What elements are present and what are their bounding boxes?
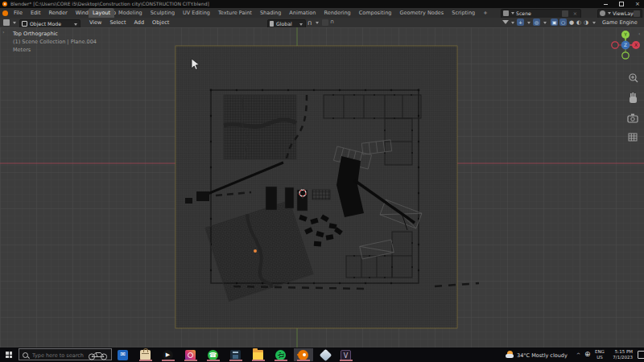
add-workspace-button[interactable]: + — [479, 8, 491, 18]
taskbar-app-spotify[interactable] — [271, 348, 291, 361]
weather-text[interactable]: 34°C Mostly cloudy — [517, 352, 568, 359]
tab-animation[interactable]: Animation — [285, 8, 320, 18]
folder-icon — [253, 350, 263, 360]
clock-date: 7/1/2023 — [610, 355, 633, 360]
start-button[interactable] — [0, 348, 18, 362]
language-line2: US — [595, 355, 605, 360]
collection-breadcrumb: (1) Scene Collection | Plane.004 — [13, 39, 97, 45]
snap-magnet-icon[interactable]: U — [308, 19, 312, 27]
clock[interactable]: 5:15 PM 7/1/2023 — [610, 349, 633, 360]
overlays-toggle-icon[interactable]: ◎ — [533, 19, 540, 26]
shading-rendered-icon[interactable]: ◑ — [584, 19, 588, 27]
scene-name: Scene — [516, 10, 531, 16]
viewlayer-extra-icon[interactable] — [634, 10, 640, 17]
notification-keyboard-icon[interactable] — [638, 351, 644, 359]
xray-toggle-icon[interactable]: ▣ — [551, 19, 558, 26]
snap-settings-chevron-icon[interactable] — [316, 22, 319, 24]
view-label: Top Orthographic — [13, 31, 58, 37]
menu-view[interactable]: View — [85, 18, 105, 27]
tab-shading[interactable]: Shading — [256, 8, 285, 18]
ground-plane-object[interactable] — [175, 46, 457, 328]
taskbar-app-file-explorer[interactable] — [249, 348, 268, 361]
orientation-label: Global — [276, 21, 292, 27]
taskbar-app-calculator[interactable] — [226, 348, 246, 361]
tab-compositing[interactable]: Compositing — [355, 8, 396, 18]
tab-layout[interactable]: Layout — [89, 8, 114, 18]
blender-menu-icon[interactable] — [2, 10, 8, 16]
maximize-button[interactable] — [617, 2, 626, 7]
mail-icon: ✉ — [118, 350, 128, 360]
close-button[interactable]: × — [633, 2, 642, 7]
toolbar-toggle-arrow-icon[interactable]: › — [2, 29, 5, 35]
taskbar-app-whatsapp[interactable]: ☎ — [204, 348, 223, 361]
terrain-patch-top-left[interactable] — [224, 95, 296, 159]
taskbar-app-mail[interactable]: ✉ — [114, 348, 133, 361]
menu-file[interactable]: File — [10, 8, 27, 18]
shading-wireframe-icon[interactable]: ○ — [559, 19, 567, 26]
taskbar-app-store[interactable] — [136, 348, 155, 361]
blender-icon — [298, 350, 308, 360]
gizmos-toggle-icon[interactable]: + — [517, 19, 524, 26]
object-mode-icon — [22, 21, 27, 27]
windows-taskbar: ✉ ▶ ☎ V 34°C Mostly cloudy ^ ⊕ ENG US 5:… — [0, 348, 644, 362]
tab-sculpting[interactable]: Sculpting — [147, 8, 179, 18]
screen: Blender* [C:\Users\CORE i5\Desktop\Const… — [0, 0, 644, 362]
sidebar-toggle-arrow-icon[interactable]: ‹ — [638, 31, 641, 37]
instagram-icon — [185, 350, 196, 360]
whatsapp-icon: ☎ — [208, 350, 218, 360]
weather-cloud-icon — [506, 354, 514, 358]
editor-type-icon[interactable] — [3, 19, 10, 26]
menu-render[interactable]: Render — [44, 8, 71, 18]
menu-add[interactable]: Add — [130, 18, 149, 27]
rebar-grid[interactable] — [312, 190, 330, 200]
taskbar-app-blender-active[interactable] — [294, 348, 313, 361]
menu-edit[interactable]: Edit — [27, 8, 45, 18]
object-visibility-filter-icon[interactable] — [502, 20, 509, 24]
chevron-down-icon — [13, 22, 16, 24]
taskbar-app-media-player[interactable]: ▶ — [159, 348, 178, 361]
network-globe-icon[interactable]: ⊕ — [584, 350, 591, 358]
menu-object[interactable]: Object — [148, 18, 173, 27]
taskbar-app-instagram[interactable] — [181, 348, 200, 361]
gizmo-y-label: Y — [623, 31, 627, 37]
search-doodle-bicycle-icon — [87, 350, 109, 360]
language-indicator[interactable]: ENG US — [595, 349, 605, 360]
tab-scripting[interactable]: Scripting — [448, 8, 479, 18]
play-icon: ▶ — [163, 350, 173, 360]
tray-chevron-icon[interactable]: ^ — [576, 352, 580, 357]
shading-material-icon[interactable]: ◐ — [576, 19, 581, 27]
mode-label: Object Mode — [30, 21, 61, 27]
tab-geometry-nodes[interactable]: Geometry Nodes — [395, 8, 448, 18]
chevron-down-icon — [74, 23, 77, 26]
units-label: Meters — [13, 47, 31, 53]
spotify-icon — [275, 350, 286, 360]
engine-label: Game Engine — [602, 18, 638, 27]
chevron-down-icon — [527, 22, 530, 24]
taskbar-search[interactable] — [19, 348, 112, 360]
tab-texture-paint[interactable]: Texture Paint — [214, 8, 256, 18]
taskbar-app-v[interactable]: V — [336, 348, 356, 361]
minimize-button[interactable] — [601, 2, 610, 7]
search-input[interactable] — [31, 349, 90, 361]
3d-viewport[interactable]: Y X Z — [0, 27, 644, 348]
menu-select[interactable]: Select — [105, 18, 130, 27]
gizmo-minus-x-axis[interactable] — [612, 42, 618, 48]
viewlayer-icon — [600, 10, 605, 16]
store-icon — [140, 350, 151, 360]
chevron-down-icon — [543, 22, 547, 24]
tab-uv-editing[interactable]: UV Editing — [179, 8, 214, 18]
window-titlebar: Blender* [C:\Users\CORE i5\Desktop\Const… — [0, 0, 644, 8]
blender-logo-icon — [2, 2, 7, 6]
taskbar-app-3d-viewer[interactable] — [316, 348, 336, 361]
chevron-down-icon — [511, 12, 514, 14]
new-scene-icon[interactable] — [562, 10, 568, 17]
scene-icon — [503, 10, 509, 16]
falloff-curve-icon[interactable]: ∩ — [330, 19, 334, 25]
tab-rendering[interactable]: Rendering — [320, 8, 354, 18]
tab-modeling[interactable]: Modeling — [114, 8, 147, 18]
shading-solid-icon[interactable]: ● — [569, 19, 574, 27]
proportional-editing-icon[interactable] — [322, 19, 328, 26]
unlink-scene-icon[interactable]: × — [572, 10, 579, 17]
gizmo-minus-y-axis[interactable] — [622, 52, 629, 59]
viewport-canvas[interactable]: Y X Z — [0, 27, 644, 348]
